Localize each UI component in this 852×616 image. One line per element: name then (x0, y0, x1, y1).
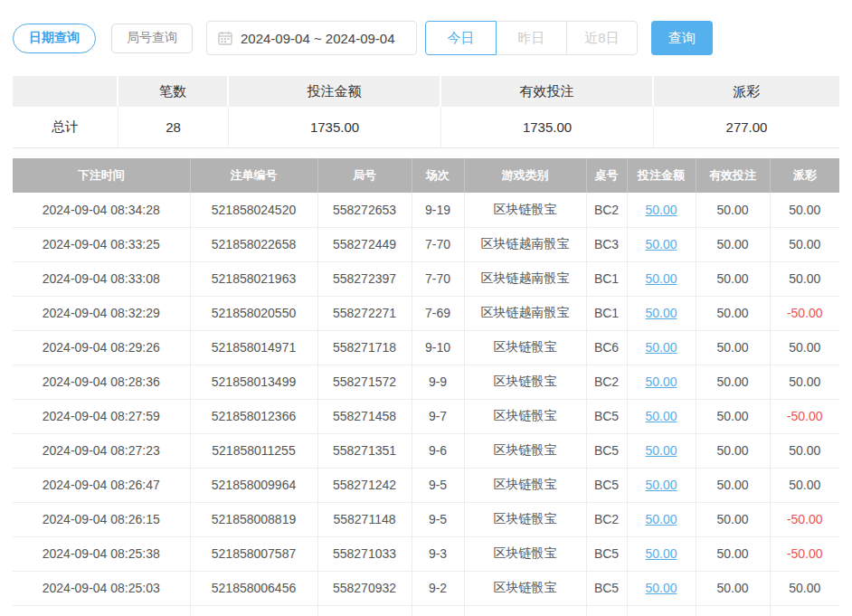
payout-cell: 50.00 (770, 468, 839, 502)
bet-amount-cell: 50.00 (627, 261, 696, 296)
bet-number-cell: 521858007587 (190, 536, 317, 571)
summary-header-blank (13, 76, 118, 107)
today-button[interactable]: 今日 (425, 21, 497, 55)
game-type-cell: 区块链骰宝 (464, 193, 586, 227)
bet-amount-cell: 50.00 (627, 536, 696, 571)
bet-amount-cell: 50.00 (627, 468, 696, 502)
round-number-cell: 558272653 (317, 193, 412, 227)
query-toolbar: 日期查询 局号查询 2024-09-04 ~ 2024-09-04 今日 昨日 … (13, 21, 839, 55)
bet-amount-link[interactable]: 50.00 (645, 203, 677, 217)
session-cell: 9-7 (412, 399, 464, 433)
round-number-cell: 558271148 (317, 502, 412, 536)
valid-bet-cell: 50.00 (696, 433, 770, 468)
date-range-picker[interactable]: 2024-09-04 ~ 2024-09-04 (206, 21, 417, 55)
summary-header-payout: 派彩 (654, 76, 839, 107)
table-number-cell: BC5 (586, 468, 627, 502)
bet-table-body: 2024-09-04 08:34:28521858024520558272653… (13, 193, 839, 616)
payout-cell: 50.00 (770, 365, 839, 399)
summary-total-row: 总计 28 1735.00 1735.00 277.00 (13, 107, 839, 148)
round-number-cell: 558272397 (317, 261, 412, 296)
table-number-cell: BC3 (586, 227, 627, 261)
bet-amount-cell: 50.00 (627, 227, 696, 261)
bet-amount-link[interactable]: 50.00 (645, 546, 677, 561)
round-number-cell: 558271572 (317, 365, 412, 399)
bet-number-cell: 521858011255 (190, 433, 317, 468)
header-bet-number: 注单编号 (190, 158, 317, 193)
valid-bet-cell: 50.00 (696, 330, 770, 365)
valid-bet-cell: 50.00 (696, 193, 770, 227)
last-8-days-button[interactable]: 近8日 (566, 21, 638, 55)
table-row: 2024-09-04 08:33:25521858022658558272449… (13, 227, 839, 261)
search-button[interactable]: 查询 (651, 21, 713, 55)
table-row: 2024-09-04 08:25:38521858007587558271033… (13, 536, 839, 571)
table-number-cell: BC5 (586, 433, 627, 468)
table-number-cell: BC1 (586, 296, 627, 330)
round-number-cell: 558271458 (317, 399, 412, 433)
payout-cell: 50.00 (770, 261, 839, 296)
summary-header-row: 笔数 投注金额 有效投注 派彩 (13, 76, 839, 107)
game-type-cell: 区块链骰宝 (464, 536, 586, 571)
bet-amount-link[interactable]: 50.00 (645, 443, 677, 458)
table-row: 2024-09-04 08:26:15521858008819558271148… (13, 502, 839, 536)
valid-bet-cell: 50.00 (696, 502, 770, 536)
valid-bet-cell: 50.00 (696, 261, 770, 296)
game-type-cell: 区块链骰宝 (464, 502, 586, 536)
round-number-cell: 558270932 (317, 571, 412, 605)
session-cell: 9-5 (412, 468, 464, 502)
header-bet-time: 下注时间 (13, 158, 190, 193)
bet-number-cell: 521858006456 (190, 571, 317, 605)
bet-number-cell: 521858020550 (190, 296, 317, 330)
table-number-cell: BC5 (586, 536, 627, 571)
game-type-cell: 区块链越南骰宝 (464, 296, 586, 330)
bet-amount-link[interactable]: 50.00 (645, 478, 677, 492)
bet-amount-link[interactable]: 50.00 (645, 409, 677, 423)
payout-cell: 50.00 (770, 330, 839, 365)
bet-amount-cell: 50.00 (627, 502, 696, 536)
bet-amount-link[interactable]: 50.00 (645, 581, 677, 595)
bet-amount-link[interactable]: 50.00 (645, 374, 677, 389)
yesterday-button[interactable]: 昨日 (496, 21, 567, 55)
table-number-cell: BC5 (586, 571, 627, 605)
payout-cell: 50.00 (770, 227, 839, 261)
header-bet-amount: 投注金额 (627, 158, 696, 193)
bet-time-cell: 2024-09-04 08:29:26 (13, 330, 190, 365)
valid-bet-cell: 50.00 (696, 536, 770, 571)
summary-count-value: 28 (118, 107, 229, 148)
session-cell: 9-10 (412, 330, 464, 365)
table-row: 2024-09-04 08:32:29521858020550558272271… (13, 296, 839, 330)
bet-time-cell: 2024-09-04 08:28:36 (13, 365, 190, 399)
summary-payout-value: 277.00 (654, 107, 839, 148)
bet-time-cell: 2024-09-04 08:34:28 (13, 193, 190, 227)
session-cell: 7-70 (412, 261, 464, 296)
table-row: 2024-09-04 08:27:59521858012366558271458… (13, 399, 839, 433)
payout-cell: -50.00 (770, 399, 839, 433)
date-query-tab-button[interactable]: 日期查询 (13, 24, 96, 53)
bet-amount-link[interactable]: 50.00 (645, 237, 677, 251)
bet-time-cell: 2024-09-04 08:32:29 (13, 296, 190, 330)
table-row: 2024-09-04 08:28:36521858013499558271572… (13, 365, 839, 399)
bet-amount-cell: 50.00 (627, 433, 696, 468)
header-session: 场次 (412, 158, 464, 193)
round-query-tab-button[interactable]: 局号查询 (111, 24, 193, 53)
payout-cell: -50.00 (770, 536, 839, 571)
table-row (13, 605, 839, 616)
table-row: 2024-09-04 08:25:03521858006456558270932… (13, 571, 839, 605)
header-valid-bet: 有效投注 (696, 158, 770, 193)
bet-number-cell: 521858009964 (190, 468, 317, 502)
valid-bet-cell: 50.00 (696, 227, 770, 261)
table-number-cell: BC2 (586, 193, 627, 227)
table-row: 2024-09-04 08:26:47521858009964558271242… (13, 468, 839, 502)
bet-amount-link[interactable]: 50.00 (645, 512, 677, 526)
payout-cell: -50.00 (770, 296, 839, 330)
bet-amount-cell: 50.00 (627, 330, 696, 365)
table-number-cell: BC2 (586, 502, 627, 536)
bet-amount-link[interactable]: 50.00 (645, 306, 677, 320)
round-number-cell: 558271718 (317, 330, 412, 365)
valid-bet-cell: 50.00 (696, 571, 770, 605)
bet-number-cell: 521858024520 (190, 193, 317, 227)
game-type-cell: 区块链骰宝 (464, 399, 586, 433)
bet-amount-link[interactable]: 50.00 (645, 271, 677, 286)
summary-valid-bet-value: 1735.00 (441, 107, 654, 148)
bet-number-cell: 521858012366 (190, 399, 317, 433)
bet-amount-link[interactable]: 50.00 (645, 340, 677, 355)
